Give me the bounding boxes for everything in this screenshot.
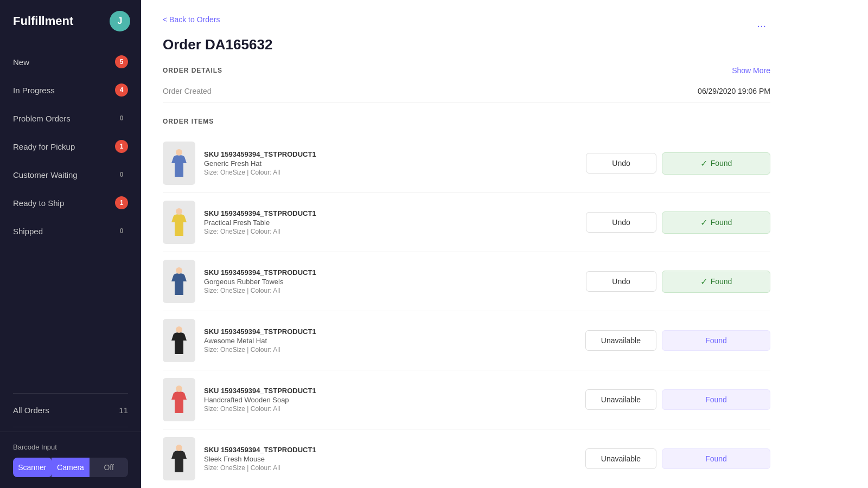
order-items-list: SKU 1593459394_TSTPRODUCT1Generic Fresh … <box>163 134 770 488</box>
nav-item-label: Customer Waiting <box>13 170 78 179</box>
unavailable-button[interactable]: Unavailable <box>585 389 656 410</box>
svg-point-3 <box>176 326 182 333</box>
item-attrs: Size: OneSize | Colour: All <box>204 405 577 413</box>
more-button[interactable]: ··· <box>752 15 770 36</box>
item-info: SKU 1593459394_TSTPRODUCT1Practical Fres… <box>204 209 577 235</box>
found-inactive-button[interactable]: Found <box>662 448 770 469</box>
item-sku: SKU 1593459394_TSTPRODUCT1 <box>204 268 577 277</box>
item-image <box>163 260 195 303</box>
item-name: Sleek Fresh Mouse <box>204 455 577 463</box>
sidebar-item-ready-for-pickup[interactable]: Ready for Pickup1 <box>0 132 141 160</box>
sidebar-item-customer-waiting[interactable]: Customer Waiting0 <box>0 160 141 189</box>
item-sku: SKU 1593459394_TSTPRODUCT1 <box>204 387 577 395</box>
nav-item-badge: 1 <box>115 140 128 153</box>
item-name: Gorgeous Rubber Towels <box>204 278 577 286</box>
sidebar-item-all-orders[interactable]: All Orders 11 <box>0 398 141 422</box>
undo-button[interactable]: Undo <box>586 212 656 233</box>
sidebar: Fulfillment J New5In Progress4Problem Or… <box>0 0 141 488</box>
barcode-input-label: Barcode Input <box>13 443 128 451</box>
svg-point-2 <box>176 267 182 274</box>
barcode-toggle: Scanner Camera Off <box>13 458 128 477</box>
sidebar-item-shipped[interactable]: Shipped0 <box>0 217 141 245</box>
item-info: SKU 1593459394_TSTPRODUCT1Gorgeous Rubbe… <box>204 268 577 294</box>
item-info: SKU 1593459394_TSTPRODUCT1Sleek Fresh Mo… <box>204 446 577 472</box>
item-image <box>163 378 195 421</box>
sidebar-item-problem-orders[interactable]: Problem Orders0 <box>0 104 141 132</box>
show-more-button[interactable]: Show More <box>732 66 770 75</box>
order-item-row: SKU 1593459394_TSTPRODUCT1Generic Fresh … <box>163 134 770 193</box>
sidebar-item-ready-to-ship[interactable]: Ready to Ship1 <box>0 189 141 217</box>
order-title: Order DA165632 <box>163 36 770 53</box>
avatar[interactable]: J <box>110 11 130 31</box>
svg-point-1 <box>176 208 182 215</box>
item-actions: Undo✓ Found <box>586 152 770 175</box>
found-button[interactable]: ✓ Found <box>662 211 770 234</box>
item-sku: SKU 1593459394_TSTPRODUCT1 <box>204 150 577 158</box>
found-inactive-button[interactable]: Found <box>662 330 770 351</box>
nav-item-label: Shipped <box>13 227 43 236</box>
found-inactive-button[interactable]: Found <box>662 389 770 410</box>
back-link[interactable]: < Back to Orders <box>163 15 220 24</box>
item-sku: SKU 1593459394_TSTPRODUCT1 <box>204 209 577 217</box>
undo-button[interactable]: Undo <box>586 271 656 292</box>
unavailable-button[interactable]: Unavailable <box>585 448 656 469</box>
nav-item-badge: 0 <box>115 112 128 125</box>
item-info: SKU 1593459394_TSTPRODUCT1Handcrafted Wo… <box>204 387 577 413</box>
nav-item-badge: 4 <box>115 84 128 97</box>
item-attrs: Size: OneSize | Colour: All <box>204 464 577 472</box>
item-actions: UnavailableFound <box>585 389 770 410</box>
order-item-row: SKU 1593459394_TSTPRODUCT1Awesome Metal … <box>163 311 770 370</box>
item-sku: SKU 1593459394_TSTPRODUCT1 <box>204 328 577 336</box>
app-title: Fulfillment <box>13 14 73 28</box>
item-name: Awesome Metal Hat <box>204 337 577 345</box>
all-orders-label: All Orders <box>13 406 49 415</box>
svg-point-4 <box>176 386 182 392</box>
scanner-toggle[interactable]: Scanner <box>13 458 52 477</box>
item-image <box>163 319 195 362</box>
found-button[interactable]: ✓ Found <box>662 271 770 293</box>
item-name: Handcrafted Wooden Soap <box>204 396 577 404</box>
order-created-row: Order Created 06/29/2020 19:06 PM <box>163 80 770 102</box>
found-button[interactable]: ✓ Found <box>662 152 770 175</box>
order-details-header: ORDER DETAILS Show More <box>163 66 770 75</box>
item-image <box>163 437 195 480</box>
nav-item-badge: 5 <box>115 55 128 68</box>
nav-item-label: In Progress <box>13 86 55 95</box>
item-name: Generic Fresh Hat <box>204 159 577 168</box>
top-bar: < Back to Orders ··· <box>163 15 770 36</box>
item-info: SKU 1593459394_TSTPRODUCT1Awesome Metal … <box>204 328 577 354</box>
nav-item-badge: 0 <box>115 224 128 237</box>
order-items-label: ORDER ITEMS <box>163 118 770 125</box>
nav-item-badge: 1 <box>115 196 128 209</box>
unavailable-button[interactable]: Unavailable <box>585 330 656 351</box>
off-toggle[interactable]: Off <box>90 458 128 477</box>
undo-button[interactable]: Undo <box>586 153 656 174</box>
nav-item-label: Ready to Ship <box>13 198 64 208</box>
item-actions: Undo✓ Found <box>586 211 770 234</box>
item-image <box>163 201 195 244</box>
order-item-row: SKU 1593459394_TSTPRODUCT1Sleek Fresh Mo… <box>163 429 770 488</box>
item-attrs: Size: OneSize | Colour: All <box>204 169 577 176</box>
item-attrs: Size: OneSize | Colour: All <box>204 228 577 235</box>
item-name: Practical Fresh Table <box>204 219 577 227</box>
item-actions: Undo✓ Found <box>586 271 770 293</box>
check-icon: ✓ <box>700 277 707 287</box>
item-sku: SKU 1593459394_TSTPRODUCT1 <box>204 446 577 454</box>
item-actions: UnavailableFound <box>585 330 770 351</box>
check-icon: ✓ <box>700 217 707 228</box>
camera-toggle[interactable]: Camera <box>52 458 90 477</box>
sidebar-item-new[interactable]: New5 <box>0 48 141 76</box>
sidebar-item-in-progress[interactable]: In Progress4 <box>0 76 141 104</box>
item-attrs: Size: OneSize | Colour: All <box>204 346 577 354</box>
item-attrs: Size: OneSize | Colour: All <box>204 287 577 294</box>
nav-item-badge: 0 <box>115 168 128 181</box>
main-content: < Back to Orders ··· Order DA165632 ORDE… <box>141 0 868 488</box>
order-item-row: SKU 1593459394_TSTPRODUCT1Practical Fres… <box>163 193 770 252</box>
sidebar-nav: New5In Progress4Problem Orders0Ready for… <box>0 42 141 389</box>
order-created-label: Order Created <box>163 87 211 95</box>
item-info: SKU 1593459394_TSTPRODUCT1Generic Fresh … <box>204 150 577 176</box>
sidebar-header: Fulfillment J <box>0 0 141 42</box>
order-details-label: ORDER DETAILS <box>163 67 222 74</box>
nav-item-label: New <box>13 57 29 67</box>
order-created-value: 06/29/2020 19:06 PM <box>698 87 770 95</box>
